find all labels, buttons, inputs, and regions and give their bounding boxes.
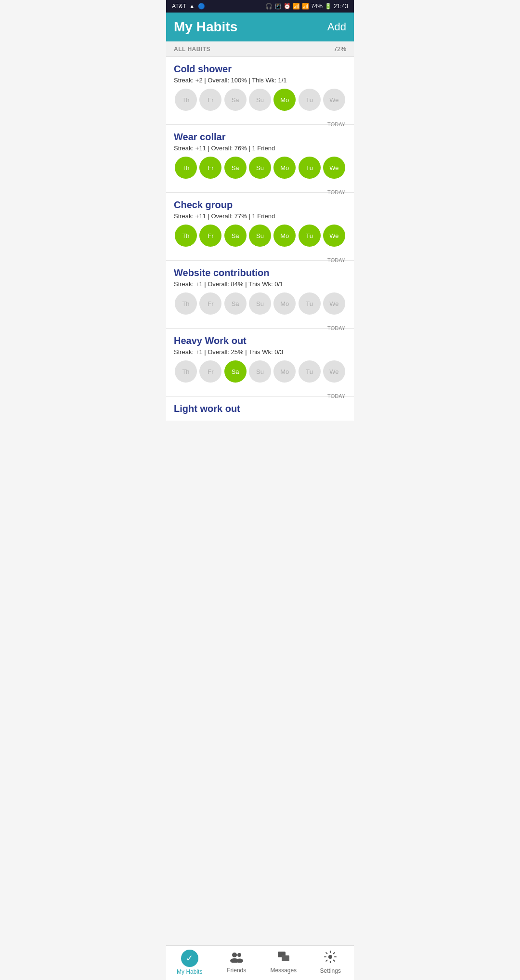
day-circle-4-0[interactable]: Th bbox=[175, 360, 197, 383]
status-right: 🎧 📳 ⏰ 📶 📶 74% 🔋 21:43 bbox=[265, 3, 348, 10]
habit-stats-3: Streak: +1 | Overall: 84% | This Wk: 0/1 bbox=[174, 280, 346, 288]
partial-habit-card[interactable]: Light work out bbox=[166, 397, 354, 421]
day-circle-1-5[interactable]: Tu bbox=[299, 157, 321, 179]
app-header: My Habits Add bbox=[166, 13, 354, 41]
day-circle-4-1[interactable]: Fr bbox=[199, 360, 221, 383]
all-habits-percent: 72% bbox=[334, 45, 346, 53]
all-habits-bar: ALL HABITS 72% bbox=[166, 41, 354, 57]
habit-name-3: Website contribution bbox=[174, 267, 346, 278]
headphone-icon: 🎧 bbox=[265, 3, 273, 10]
habit-card-1[interactable]: Wear collarStreak: +11 | Overall: 76% | … bbox=[166, 125, 354, 193]
today-label-2: TODAY bbox=[327, 257, 345, 263]
days-row-4: ThFrSaSuMoTuWe bbox=[174, 360, 346, 383]
day-circle-0-2[interactable]: Sa bbox=[224, 89, 247, 111]
wifi-icon: 📶 bbox=[293, 3, 300, 10]
habits-scroll-area: Cold showerStreak: +2 | Overall: 100% | … bbox=[166, 57, 354, 454]
day-circle-4-3[interactable]: Su bbox=[249, 360, 271, 383]
habit-card-2[interactable]: Check groupStreak: +11 | Overall: 77% | … bbox=[166, 193, 354, 261]
day-circle-2-2[interactable]: Sa bbox=[224, 225, 247, 247]
day-circle-0-6[interactable]: We bbox=[323, 89, 345, 111]
time: 21:43 bbox=[334, 3, 348, 10]
vibrate-icon: 📳 bbox=[274, 3, 282, 10]
day-circle-3-3[interactable]: Su bbox=[249, 292, 271, 315]
day-circle-4-5[interactable]: Tu bbox=[299, 360, 321, 383]
day-circle-2-4[interactable]: Mo bbox=[273, 225, 296, 247]
app-title: My Habits bbox=[174, 19, 237, 35]
status-bar: AT&T ▲ 🔵 🎧 📳 ⏰ 📶 📶 74% 🔋 21:43 bbox=[166, 0, 354, 13]
days-wrapper-2: ThFrSaSuMoTuWeTODAY bbox=[174, 225, 346, 255]
today-label-4: TODAY bbox=[327, 393, 345, 399]
signal-icon: 📶 bbox=[302, 3, 309, 10]
day-circle-3-2[interactable]: Sa bbox=[224, 292, 247, 315]
day-circle-2-1[interactable]: Fr bbox=[199, 225, 221, 247]
habit-stats-2: Streak: +11 | Overall: 77% | 1 Friend bbox=[174, 212, 346, 220]
day-circle-1-6[interactable]: We bbox=[323, 157, 345, 179]
day-circle-3-4[interactable]: Mo bbox=[273, 292, 296, 315]
partial-habit-name: Light work out bbox=[174, 403, 346, 414]
days-wrapper-4: ThFrSaSuMoTuWeTODAY bbox=[174, 360, 346, 391]
habit-name-4: Heavy Work out bbox=[174, 335, 346, 346]
day-circle-3-1[interactable]: Fr bbox=[199, 292, 221, 315]
day-circle-3-6[interactable]: We bbox=[323, 292, 345, 315]
droplet-icon: 🔵 bbox=[198, 3, 205, 10]
day-circle-0-0[interactable]: Th bbox=[175, 89, 197, 111]
day-circle-1-2[interactable]: Sa bbox=[224, 157, 247, 179]
habit-name-2: Check group bbox=[174, 199, 346, 211]
day-circle-4-6[interactable]: We bbox=[323, 360, 345, 383]
alarm-icon: ⏰ bbox=[284, 3, 291, 10]
day-circle-2-6[interactable]: We bbox=[323, 225, 345, 247]
days-row-1: ThFrSaSuMoTuWe bbox=[174, 157, 346, 179]
day-circle-0-3[interactable]: Su bbox=[249, 89, 271, 111]
days-wrapper-1: ThFrSaSuMoTuWeTODAY bbox=[174, 157, 346, 187]
habits-list: Cold showerStreak: +2 | Overall: 100% | … bbox=[166, 57, 354, 397]
day-circle-1-3[interactable]: Su bbox=[249, 157, 271, 179]
all-habits-label: ALL HABITS bbox=[174, 46, 210, 53]
days-wrapper-0: ThFrSaSuMoTuWeTODAY bbox=[174, 89, 346, 119]
day-circle-0-4[interactable]: Mo bbox=[273, 89, 296, 111]
day-circle-4-2[interactable]: Sa bbox=[224, 360, 247, 383]
today-label-3: TODAY bbox=[327, 325, 345, 331]
habit-card-0[interactable]: Cold showerStreak: +2 | Overall: 100% | … bbox=[166, 57, 354, 125]
days-row-3: ThFrSaSuMoTuWe bbox=[174, 292, 346, 315]
day-circle-1-0[interactable]: Th bbox=[175, 157, 197, 179]
battery-icon: 🔋 bbox=[325, 3, 332, 10]
today-label-1: TODAY bbox=[327, 189, 345, 195]
warning-icon: ▲ bbox=[189, 3, 195, 10]
days-row-2: ThFrSaSuMoTuWe bbox=[174, 225, 346, 247]
day-circle-2-5[interactable]: Tu bbox=[299, 225, 321, 247]
day-circle-3-0[interactable]: Th bbox=[175, 292, 197, 315]
day-circle-2-0[interactable]: Th bbox=[175, 225, 197, 247]
habit-card-4[interactable]: Heavy Work outStreak: +1 | Overall: 25% … bbox=[166, 329, 354, 397]
day-circle-3-5[interactable]: Tu bbox=[299, 292, 321, 315]
status-left: AT&T ▲ 🔵 bbox=[172, 3, 205, 10]
days-row-0: ThFrSaSuMoTuWe bbox=[174, 89, 346, 111]
day-circle-4-4[interactable]: Mo bbox=[273, 360, 296, 383]
day-circle-1-4[interactable]: Mo bbox=[273, 157, 296, 179]
habit-name-0: Cold shower bbox=[174, 64, 346, 75]
habit-stats-4: Streak: +1 | Overall: 25% | This Wk: 0/3 bbox=[174, 348, 346, 356]
habit-stats-0: Streak: +2 | Overall: 100% | This Wk: 1/… bbox=[174, 77, 346, 84]
day-circle-1-1[interactable]: Fr bbox=[199, 157, 221, 179]
days-wrapper-3: ThFrSaSuMoTuWeTODAY bbox=[174, 292, 346, 323]
day-circle-0-1[interactable]: Fr bbox=[199, 89, 221, 111]
habit-name-1: Wear collar bbox=[174, 132, 346, 143]
add-button[interactable]: Add bbox=[327, 21, 346, 33]
battery-percent: 74% bbox=[311, 3, 323, 10]
today-label-0: TODAY bbox=[327, 121, 345, 127]
day-circle-2-3[interactable]: Su bbox=[249, 225, 271, 247]
habit-card-3[interactable]: Website contributionStreak: +1 | Overall… bbox=[166, 261, 354, 329]
habit-stats-1: Streak: +11 | Overall: 76% | 1 Friend bbox=[174, 145, 346, 152]
day-circle-0-5[interactable]: Tu bbox=[299, 89, 321, 111]
carrier: AT&T bbox=[172, 3, 186, 10]
